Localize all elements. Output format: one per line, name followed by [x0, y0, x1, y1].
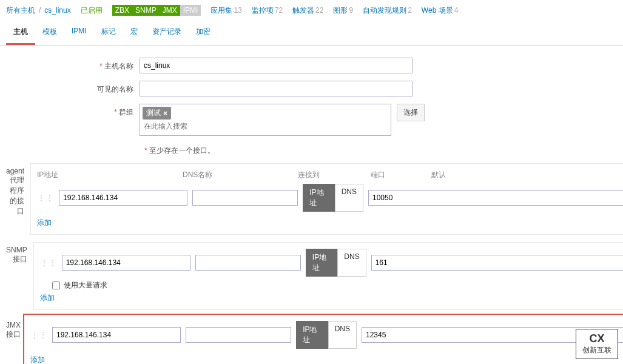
proto-badges: ZBX SNMP JMX IPMI [112, 5, 201, 16]
label-visible-name: 可见的名称 [6, 81, 140, 95]
agent-add-link[interactable]: 添加 [37, 215, 52, 231]
agent-port-input[interactable] [368, 190, 623, 206]
agent-connect-segment: IP地址 DNS [303, 184, 363, 212]
group-tag[interactable]: 测试 × [143, 107, 171, 120]
label-agent-if: agent代理程序的接口 [6, 163, 30, 217]
hdr-ip: IP地址 [37, 170, 183, 180]
agent-dns-input[interactable] [192, 190, 298, 206]
input-visible-name[interactable] [140, 81, 413, 96]
breadcrumb-host[interactable]: cs_linux [44, 6, 70, 15]
tab-templates[interactable]: 模板 [35, 21, 64, 45]
agent-connect-ip[interactable]: IP地址 [303, 184, 334, 212]
jmx-connect-ip[interactable]: IP地址 [296, 321, 328, 349]
hdr-connect: 连接到 [298, 170, 371, 180]
proto-zbx: ZBX [112, 5, 132, 16]
brand-logo: CX创新互联 [576, 329, 618, 359]
jmx-connect-dns[interactable]: DNS [328, 321, 357, 349]
group-multiselect[interactable]: 测试 × [140, 104, 391, 136]
group-select-button[interactable]: 选择 [397, 104, 425, 121]
link-discovery[interactable]: 自动发现规则2 [363, 5, 412, 16]
snmp-add-link[interactable]: 添加 [40, 291, 55, 306]
jmx-highlight-box: ⋮⋮ IP地址 DNS 移除 添加 [23, 314, 623, 364]
tabs: 主机 模板 IPMI 标记 宏 资产记录 加密 [0, 21, 623, 46]
group-search-input[interactable] [143, 120, 388, 133]
agent-ip-input[interactable] [59, 190, 187, 206]
snmp-interface-box: ⋮⋮ IP地址 DNS 移除 使用大量请求 添加 [33, 242, 623, 310]
snmp-connect-segment: IP地址 DNS [306, 249, 366, 277]
label-snmp-if: SNMP接口 [6, 242, 33, 265]
tab-host[interactable]: 主机 [6, 21, 35, 45]
proto-ipmi: IPMI [180, 5, 201, 16]
tab-inventory[interactable]: 资产记录 [145, 21, 189, 45]
link-items[interactable]: 监控项72 [252, 5, 283, 16]
group-tag-remove-icon[interactable]: × [163, 109, 167, 118]
hdr-default: 默认 [431, 170, 468, 180]
drag-handle-icon[interactable]: ⋮⋮ [40, 258, 57, 268]
proto-snmp: SNMP [132, 5, 160, 16]
link-triggers[interactable]: 触发器22 [292, 5, 323, 16]
drag-handle-icon[interactable]: ⋮⋮ [30, 330, 47, 340]
hdr-dns: DNS名称 [183, 170, 298, 180]
link-web[interactable]: Web 场景4 [422, 5, 458, 16]
tab-tags[interactable]: 标记 [94, 21, 123, 45]
link-graphs[interactable]: 图形9 [333, 5, 353, 16]
drag-handle-icon[interactable]: ⋮⋮ [37, 193, 54, 203]
breadcrumb: 所有主机 / cs_linux 已启用 ZBX SNMP JMX IPMI 应用… [0, 0, 623, 21]
agent-interface-box: IP地址 DNS名称 连接到 端口 默认 ⋮⋮ IP地址 DNS [30, 163, 623, 235]
jmx-dns-input[interactable] [186, 327, 291, 343]
snmp-port-input[interactable] [371, 255, 623, 271]
label-groups: 群组 [6, 104, 140, 118]
snmp-connect-dns[interactable]: DNS [337, 249, 366, 277]
jmx-add-link[interactable]: 添加 [30, 352, 45, 364]
snmp-dns-input[interactable] [195, 255, 301, 271]
snmp-bulk-label: 使用大量请求 [64, 280, 107, 291]
interface-required-note: 至少存在一个接口。 [140, 143, 617, 156]
separator: / [39, 6, 41, 15]
snmp-ip-input[interactable] [62, 255, 190, 271]
label-hostname: 主机名称 [6, 58, 140, 72]
status-badge: 已启用 [81, 5, 103, 16]
host-form: 主机名称 可见的名称 群组 测试 × 选择 至少存在一个接口。 agent代理程… [0, 46, 623, 364]
jmx-connect-segment: IP地址 DNS [296, 321, 357, 349]
tab-encryption[interactable]: 加密 [189, 21, 218, 45]
proto-jmx: JMX [160, 5, 180, 16]
input-hostname[interactable] [140, 58, 413, 73]
link-apps[interactable]: 应用集13 [210, 5, 241, 16]
snmp-bulk-checkbox[interactable] [52, 281, 60, 289]
hdr-port: 端口 [371, 170, 431, 180]
tab-macros[interactable]: 宏 [123, 21, 145, 45]
group-tag-label: 测试 [146, 108, 161, 118]
jmx-ip-input[interactable] [52, 327, 181, 343]
tab-ipmi[interactable]: IPMI [64, 21, 94, 45]
snmp-connect-ip[interactable]: IP地址 [306, 249, 337, 277]
breadcrumb-all-hosts[interactable]: 所有主机 [6, 5, 35, 16]
agent-connect-dns[interactable]: DNS [335, 184, 363, 212]
